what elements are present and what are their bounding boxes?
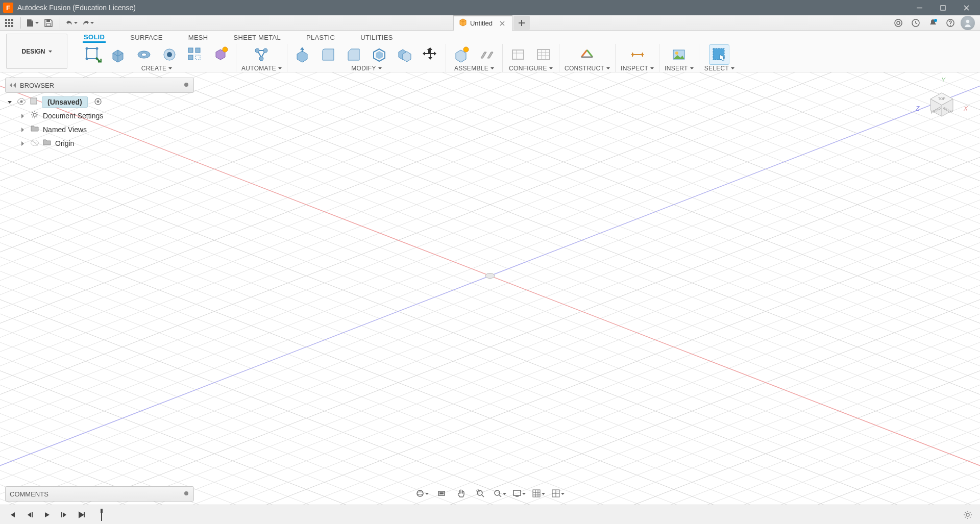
visibility-off-icon[interactable] — [31, 139, 40, 147]
svg-rect-37 — [512, 50, 524, 59]
ribbon-tab-mesh[interactable]: MESH — [187, 32, 209, 43]
ribbon-tab-plastic[interactable]: PLASTIC — [305, 32, 336, 43]
notifications-button[interactable] — [926, 16, 940, 30]
zoom-window-button[interactable] — [473, 486, 487, 501]
job-status-button[interactable] — [909, 16, 923, 30]
file-menu-button[interactable] — [25, 16, 39, 30]
browser-tree: (Unsaved) Document Settings Named Views … — [5, 93, 194, 152]
active-component-icon[interactable] — [94, 97, 103, 107]
ribbon-group-configure-label[interactable]: CONFIGURE — [509, 65, 553, 72]
shell-button[interactable] — [369, 44, 389, 65]
new-tab-button[interactable] — [513, 16, 530, 30]
joint-button[interactable] — [477, 44, 497, 65]
combine-button[interactable] — [395, 44, 415, 65]
comments-header[interactable]: COMMENTS — [5, 486, 194, 502]
create-sketch-button[interactable] — [83, 44, 103, 65]
ribbon-tab-surface[interactable]: SURFACE — [129, 32, 164, 43]
ribbon-tab-sheetmetal[interactable]: SHEET METAL — [233, 32, 282, 43]
hole-button[interactable] — [159, 44, 180, 65]
move-button[interactable] — [420, 44, 440, 65]
window-close-button[interactable] — [954, 0, 978, 15]
ribbon-group-modify-label[interactable]: MODIFY — [351, 65, 381, 72]
configure-table-button[interactable] — [533, 44, 554, 65]
expand-triangle-icon[interactable] — [20, 139, 28, 147]
document-tab-untitled[interactable]: Untitled — [453, 15, 512, 31]
browser-item-origin[interactable]: Origin — [5, 136, 194, 150]
create-form-button[interactable] — [210, 44, 231, 65]
ribbon-group-inspect-label[interactable]: INSPECT — [621, 65, 654, 72]
chamfer-button[interactable] — [344, 44, 364, 65]
svg-rect-29 — [188, 55, 193, 60]
data-panel-button[interactable] — [2, 16, 16, 30]
viewcube[interactable]: TOP FRONT RIGHT Z Y X — [919, 81, 965, 127]
browser-root-row[interactable]: (Unsaved) — [5, 95, 194, 109]
component-icon — [30, 97, 39, 107]
ribbon-group-automate-label[interactable]: AUTOMATE — [241, 65, 282, 72]
automate-button[interactable] — [251, 44, 272, 65]
timeline-play-button[interactable] — [41, 509, 53, 521]
app-logo-icon: F — [3, 3, 13, 13]
ribbon-group-insert-label[interactable]: INSERT — [665, 65, 694, 72]
browser-header[interactable]: BROWSER — [5, 78, 194, 93]
ribbon-group-create-label[interactable]: CREATE — [141, 65, 173, 72]
svg-point-40 — [675, 52, 678, 55]
pan-button[interactable] — [454, 486, 468, 501]
viewport-layout-button[interactable] — [551, 486, 565, 501]
svg-point-412 — [33, 113, 36, 116]
panel-options-icon[interactable] — [183, 82, 189, 89]
expand-triangle-icon[interactable] — [20, 126, 28, 134]
orbit-button[interactable] — [415, 486, 429, 501]
construct-plane-button[interactable] — [577, 44, 597, 65]
visibility-icon[interactable] — [17, 98, 27, 106]
timeline-end-button[interactable] — [76, 509, 88, 521]
caret-down-icon — [74, 19, 78, 27]
close-tab-button[interactable] — [498, 19, 507, 28]
svg-point-426 — [966, 513, 969, 516]
timeline-settings-button[interactable] — [962, 509, 974, 521]
quick-access-toolbar: Untitled — [0, 15, 980, 31]
expand-triangle-icon[interactable] — [20, 112, 28, 120]
workspace-switcher[interactable]: DESIGN — [6, 34, 67, 69]
browser-panel: BROWSER (Unsaved) Document Settings Name… — [5, 78, 194, 152]
revolve-button[interactable] — [134, 44, 154, 65]
presspull-button[interactable] — [292, 44, 313, 65]
workspace: BROWSER (Unsaved) Document Settings Name… — [0, 72, 980, 505]
panel-options-icon[interactable] — [183, 490, 189, 498]
insert-button[interactable] — [669, 44, 689, 65]
grid-settings-button[interactable] — [531, 486, 546, 501]
timeline-playhead[interactable] — [99, 509, 103, 521]
extrude-button[interactable] — [108, 44, 129, 65]
ribbon-group-assemble-label[interactable]: ASSEMBLE — [454, 65, 494, 72]
expand-triangle-icon[interactable] — [7, 98, 14, 106]
help-button[interactable] — [943, 16, 958, 30]
redo-button[interactable] — [81, 16, 95, 30]
undo-button[interactable] — [64, 16, 79, 30]
pattern-button[interactable] — [185, 44, 205, 65]
configure-button[interactable] — [508, 44, 528, 65]
ribbon-tab-utilities[interactable]: UTILITIES — [359, 32, 394, 43]
look-at-button[interactable] — [434, 486, 449, 501]
window-maximize-button[interactable] — [931, 0, 954, 15]
measure-button[interactable] — [627, 44, 648, 65]
extensions-button[interactable] — [891, 16, 905, 30]
browser-item-named-views[interactable]: Named Views — [5, 122, 194, 136]
display-settings-button[interactable] — [512, 486, 526, 501]
timeline-step-fwd-button[interactable] — [58, 509, 70, 521]
ribbon-tab-solid[interactable]: SOLID — [83, 31, 106, 43]
svg-rect-6 — [11, 22, 13, 24]
ribbon-group-select-label[interactable]: SELECT — [704, 65, 734, 72]
user-avatar-button[interactable] — [961, 16, 975, 30]
ribbon-group-construct-label[interactable]: CONSTRUCT — [565, 65, 610, 72]
save-button[interactable] — [41, 16, 56, 30]
new-component-button[interactable] — [451, 44, 472, 65]
fillet-button[interactable] — [318, 44, 338, 65]
browser-item-document-settings[interactable]: Document Settings — [5, 109, 194, 122]
window-minimize-button[interactable] — [908, 0, 931, 15]
zoom-button[interactable] — [493, 486, 507, 501]
navigation-toolbar — [410, 485, 570, 502]
browser-item-label: Origin — [55, 139, 74, 147]
select-button[interactable] — [709, 44, 729, 65]
timeline-start-button[interactable] — [6, 509, 18, 521]
svg-line-329 — [906, 72, 980, 505]
timeline-step-back-button[interactable] — [23, 509, 36, 521]
